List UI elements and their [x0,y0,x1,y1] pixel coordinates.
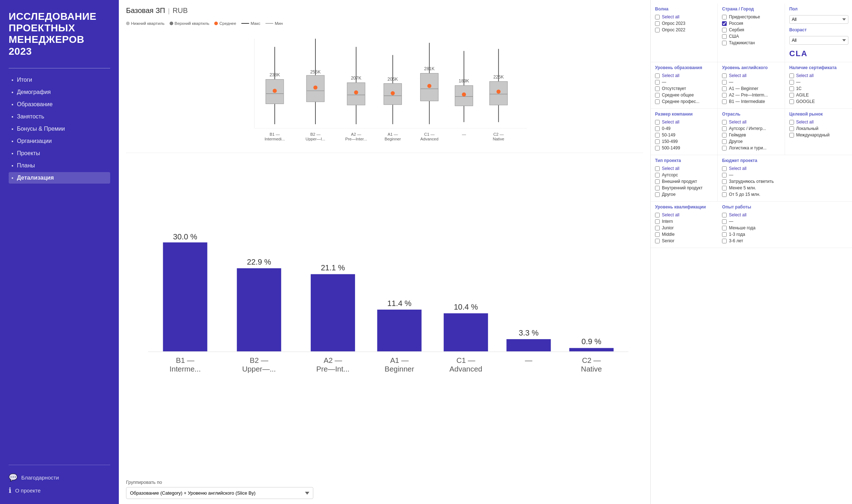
filter-volna-select-all[interactable]: Select all [655,14,714,20]
sidebar-divider [9,68,110,68]
svg-text:Beginner: Beginner [385,365,414,373]
sidebar-item-plany[interactable]: Планы [9,160,110,171]
filter-education-profes[interactable]: Среднее профес... [655,98,714,105]
filter-work-experience-3to6[interactable]: 3-6 лет [722,238,848,244]
filter-country-usa[interactable]: США [722,33,781,40]
barchart-svg: 30.0 % B1 — Interme... 22.9 % B2 — Upper… [126,157,643,476]
filter-project-budget-5to15[interactable]: От 5 до 15 млн. [722,191,848,198]
filter-certificate-google[interactable]: GOOGLE [789,98,848,105]
filter-country-pridnestrovye[interactable]: Приднестровье [722,14,781,20]
svg-text:Interme...: Interme... [170,365,201,373]
filter-target-market-select-all[interactable]: Select all [789,119,848,125]
sidebar-item-organizacii[interactable]: Организации [9,135,110,147]
sidebar-item-obrazovanie[interactable]: Образование [9,99,110,110]
sidebar-footer-thanks[interactable]: 💬 Благодарности [9,471,110,484]
filter-english-dash[interactable]: — [722,79,781,85]
filter-industry-select-all[interactable]: Select all [722,119,781,125]
filter-company-size: Размер компании Select all 0-49 50-149 1… [651,109,718,155]
filter-project-budget-select-all[interactable]: Select all [722,165,848,172]
filter-target-market-international[interactable]: Международный [789,132,848,138]
legend-max: Макс [241,21,260,26]
chart-panel: Базовая ЗП | RUB Нижний квартиль Верхний… [119,0,650,504]
filter-project-type-internal[interactable]: Внутренний продукт [655,185,714,191]
filter-qualification-senior[interactable]: Senior [655,238,714,244]
filter-qualification-select-all[interactable]: Select all [655,212,714,218]
cla-badge: CLA [789,49,848,58]
filter-english-title: Уровень английского [722,65,781,70]
filter-education-dash[interactable]: — [655,79,714,85]
groupby-select[interactable]: Образование (Category) + Уровеню английс… [126,487,313,499]
filter-vozrast-select[interactable]: All18-2425-3435-4445+ [789,36,848,45]
sidebar-item-demografia[interactable]: Демография [9,86,110,98]
filter-pol-select[interactable]: AllМужскойЖенский [789,15,848,24]
filter-industry-outsource[interactable]: Аутсорс / Интегр... [722,125,781,132]
filter-english-select-all[interactable]: Select all [722,72,781,79]
filter-volna: Волна Select all Опрос 2023 Опрос 2022 [651,4,718,62]
filter-qualification-middle[interactable]: Middle [655,231,714,238]
boxplot-c1: 281K C1 — Advanced [420,43,438,141]
filter-industry-gamedev[interactable]: Геймдев [722,132,781,138]
svg-point-12 [313,86,317,90]
barchart-area: 30.0 % B1 — Interme... 22.9 % B2 — Upper… [126,153,643,476]
filter-target-market: Целевой рынок Select all Локальный Между… [785,109,852,155]
filter-project-type-external[interactable]: Внешний продукт [655,178,714,185]
filter-company-size-150-499[interactable]: 150-499 [655,138,714,145]
filter-project-type-outsource[interactable]: Аутсорс [655,172,714,178]
svg-text:Native: Native [493,137,504,141]
boxplot-b1: 238K B1 — Intermedi... [265,47,285,141]
filter-education-srednee[interactable]: Среднее общее [655,92,714,98]
filter-project-type: Тип проекта Select all Аутсорс Внешний п… [651,155,718,202]
bar-dash: 3.3 % — [506,329,551,364]
filter-project-budget-dash[interactable]: — [722,172,848,178]
filter-industry-other[interactable]: Другое [722,138,781,145]
filter-industry-logistics[interactable]: Логистика и тури... [722,145,781,151]
filters-panel: Волна Select all Опрос 2023 Опрос 2022 С… [650,0,852,504]
filter-project-type-other[interactable]: Другое [655,191,714,198]
svg-text:189K: 189K [459,78,470,84]
bar-c2: 0.9 % C2 — Native [569,337,614,373]
filter-volna-2022[interactable]: Опрос 2022 [655,27,714,33]
sidebar-footer-about[interactable]: ℹ О проекте [9,484,110,497]
sidebar-item-itogi[interactable]: Итоги [9,74,110,86]
filter-volna-2023[interactable]: Опрос 2023 [655,20,714,27]
filter-pol-title: Пол [789,6,848,12]
svg-text:C1 —: C1 — [424,132,435,136]
filter-project-type-select-all[interactable]: Select all [655,165,714,172]
filter-work-experience-1to3[interactable]: 1-3 года [722,231,848,238]
filter-qualification-junior[interactable]: Junior [655,225,714,231]
svg-text:C2 —: C2 — [493,132,504,136]
filter-work-experience-select-all[interactable]: Select all [722,212,848,218]
filter-target-market-local[interactable]: Локальный [789,125,848,132]
filter-education-select-all[interactable]: Select all [655,72,714,79]
filter-english-a2[interactable]: A2 — Pre—Interm... [722,92,781,98]
filter-english-a1[interactable]: A1 — Beginner [722,85,781,92]
filter-english-b1[interactable]: B1 — Intermediate [722,98,781,105]
filter-certificate-select-all[interactable]: Select all [789,72,848,79]
sidebar-item-detalizaciya[interactable]: Детализация [9,172,110,184]
filter-work-experience-title: Опыт работы [722,204,848,210]
filter-work-experience-dash[interactable]: — [722,218,848,225]
sidebar-item-bonusy[interactable]: Бонусы & Премии [9,123,110,135]
filter-country-tajikistan[interactable]: Таджикистан [722,40,781,46]
filter-project-budget-less5[interactable]: Менее 5 млн. [722,185,848,191]
filter-certificate-title: Наличие сертификата [789,65,848,70]
filter-country-russia[interactable]: Россия [722,20,781,27]
filter-company-size-select-all[interactable]: Select all [655,119,714,125]
svg-rect-62 [377,310,421,352]
filter-company-size-500-1499[interactable]: 500-1499 [655,145,714,151]
filter-work-experience-less1[interactable]: Меньше года [722,225,848,231]
filter-certificate-1c[interactable]: 1С [789,85,848,92]
filter-education-otsutstvuet[interactable]: Отсутствует [655,85,714,92]
filter-project-budget-hard[interactable]: Затрудняюсь ответить [722,178,848,185]
filter-certificate-dash[interactable]: — [789,79,848,85]
svg-point-33 [427,84,431,88]
sidebar-item-proekty[interactable]: Проекты [9,148,110,159]
filter-company-size-50-149[interactable]: 50-149 [655,132,714,138]
sidebar-item-zanyatost[interactable]: Занятость [9,111,110,122]
filter-company-size-0-49[interactable]: 0-49 [655,125,714,132]
filter-certificate-agile[interactable]: AGILE [789,92,848,98]
filter-qualification-intern[interactable]: Intern [655,218,714,225]
svg-text:Pre—Int...: Pre—Int... [316,365,349,373]
legend-dot-median [214,22,218,25]
filter-country-serbia[interactable]: Сербия [722,27,781,33]
